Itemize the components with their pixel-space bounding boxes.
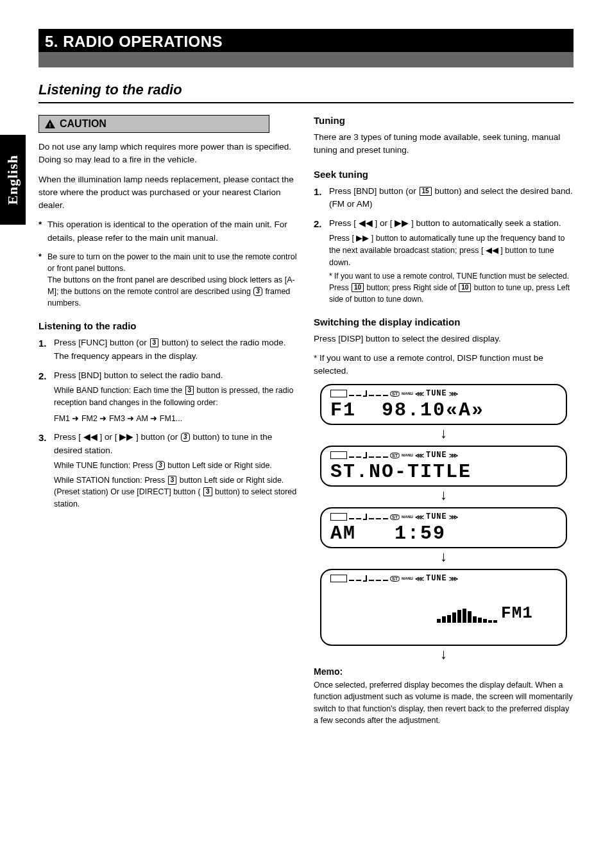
language-label: English <box>4 155 21 205</box>
equalizer-icon <box>437 609 497 623</box>
note-power-text: Be sure to turn on the power to the main… <box>47 252 296 273</box>
listening-heading: Listening to the radio <box>38 320 298 331</box>
seek-tuning-heading: Seek tuning <box>314 169 574 180</box>
seek-left-icon: ◀◀ <box>486 246 498 255</box>
key-10: 10 <box>352 283 364 292</box>
section-rule <box>38 102 574 103</box>
note-power-and-buttons: Be sure to turn on the power to the main… <box>38 251 298 309</box>
memo-text: Once selected, preferred display becomes… <box>314 679 574 726</box>
header-bar: 5. RADIO OPERATIONS <box>38 29 574 52</box>
down-arrow-icon: ↓ <box>314 646 574 663</box>
lamp-replacement-text: When the illumination lamp needs replace… <box>38 173 298 213</box>
seek-right-icon: ▶▶ <box>119 432 133 442</box>
seek-right-icon: ▶▶ <box>356 234 369 243</box>
svg-text:!: ! <box>49 121 51 128</box>
lcd-display-clock: STMANU ⋘ TUNE ⋙ AM 1:59 <box>320 507 567 548</box>
warning-icon: ! <box>44 119 56 129</box>
switching-display-note: * If you want to use a remote control, D… <box>314 352 574 378</box>
key-3: 3 <box>150 338 159 347</box>
subheader-bar <box>38 52 574 67</box>
key-3-italic: 3 <box>181 433 190 442</box>
key-3: 3 <box>203 487 212 496</box>
tuning-intro: There are 3 types of tuning mode availab… <box>314 131 574 157</box>
seek-step-1: 1. Press [BND] button (or 15 button) and… <box>314 185 574 211</box>
listening-steps: 1. Press [FUNC] button (or 3 button) to … <box>38 336 298 510</box>
memo-title: Memo: <box>314 666 574 677</box>
tuning-heading: Tuning <box>314 115 574 126</box>
step-2: 2. Press [BND] button to select the radi… <box>38 369 298 425</box>
lcd-display-frequency: STMANU ⋘ TUNE ⋙ F1 98.10«A» <box>320 384 567 425</box>
key-10: 10 <box>459 283 471 292</box>
band-sequence: FM1 ➜ FM2 ➜ FM3 ➜ AM ➜ FM1... <box>54 413 298 425</box>
caution-label: CAUTION <box>60 118 106 130</box>
right-column: Tuning There are 3 types of tuning mode … <box>314 115 574 726</box>
section-title: Listening to the radio <box>38 82 574 98</box>
seek-right-icon: ▶▶ <box>395 218 409 228</box>
language-tab: English <box>0 135 26 225</box>
lcd-text-title: ST.NO-TITLE <box>330 461 557 483</box>
framed-number-icon: 3 <box>253 287 262 296</box>
down-arrow-icon: ↓ <box>314 487 574 503</box>
seek-left-icon: ◀◀ <box>83 432 98 442</box>
lcd-display-eq: STMANU ⋘ TUNE ⋙ <box>320 569 567 646</box>
lcd-text-eq: FM1 <box>330 584 557 642</box>
step-1: 1. Press [FUNC] button (or 3 button) to … <box>38 336 298 363</box>
seek-step-2: 2. Press [ ◀◀ ] or [ ▶▶ ] button to auto… <box>314 217 574 305</box>
page-title: 5. RADIO OPERATIONS <box>45 33 567 51</box>
switching-display-text: Press [DISP] button to select the desire… <box>314 333 574 345</box>
key-3: 3 <box>185 386 194 395</box>
lcd-display-title: STMANU ⋘ TUNE ⋙ ST.NO-TITLE <box>320 446 567 487</box>
left-column: ! CAUTION Do not use any lamp which requ… <box>38 115 298 726</box>
lcd-text-freq: F1 98.10«A» <box>330 399 557 421</box>
lcd-text-clock: AM 1:59 <box>330 523 557 544</box>
down-arrow-icon: ↓ <box>314 548 574 565</box>
key-15: 15 <box>420 187 432 196</box>
key-3-italic: 3 <box>156 461 165 470</box>
caution-text: Do not use any lamp which requires more … <box>38 141 298 167</box>
seek-left-icon: ◀◀ <box>359 218 373 228</box>
step-3: 3. Press [ ◀◀ ] or [ ▶▶ ] button (or 3 b… <box>38 431 298 510</box>
seek-steps: 1. Press [BND] button (or 15 button) and… <box>314 185 574 305</box>
key-3: 3 <box>168 476 177 485</box>
memo-block: Memo: Once selected, preferred display b… <box>314 666 574 726</box>
down-arrow-icon: ↓ <box>314 425 574 442</box>
switching-display-heading: Switching the display indication <box>314 317 574 327</box>
note-identical-operation: This operation is identical to the opera… <box>38 218 298 245</box>
caution-box: ! CAUTION <box>38 115 269 133</box>
